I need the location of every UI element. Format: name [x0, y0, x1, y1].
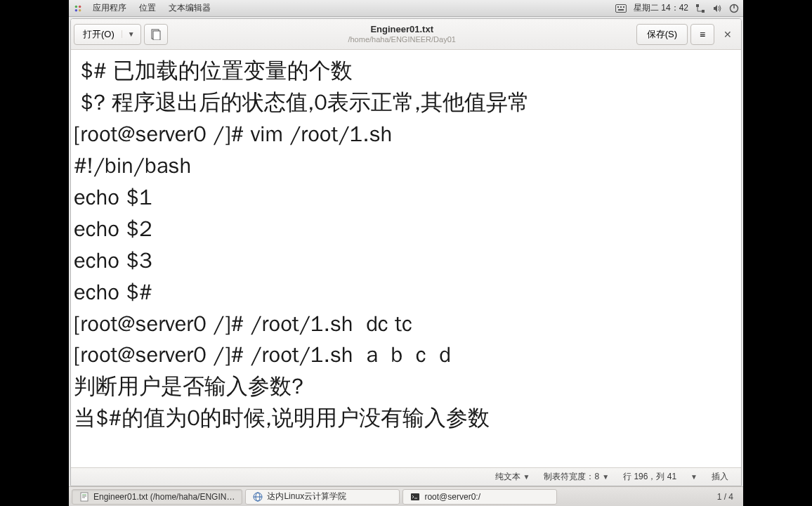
title-area: Engineer01.txt /home/haha/ENGINEER/Day01 [171, 25, 634, 43]
power-icon[interactable] [729, 4, 739, 13]
hamburger-icon: ≡ [700, 29, 705, 40]
svg-rect-9 [696, 4, 699, 7]
close-icon: ✕ [723, 29, 732, 40]
new-tab-button[interactable] [144, 24, 168, 45]
taskbar-item-editor[interactable]: Engineer01.txt (/home/haha/ENGIN… [72, 489, 242, 505]
top-panel: 应用程序 位置 文本编辑器 星期二 14：42 [69, 0, 743, 17]
clock[interactable]: 星期二 14：42 [634, 2, 688, 14]
taskbar-item-label: root@server0:/ [424, 492, 480, 502]
svg-rect-22 [411, 493, 419, 500]
text-editor-window: 打开(O) ▼ Engineer01.txt /home/haha/ENGINE… [70, 18, 742, 486]
svg-rect-6 [620, 6, 622, 8]
open-button-label: 打开(O) [74, 28, 122, 41]
terminal-icon [410, 492, 420, 502]
tab-width-selector[interactable]: 制表符宽度：8 ▼ [539, 471, 613, 483]
editor-area[interactable]: $# 已加载的位置变量的个数 $? 程序退出后的状态值,0表示正常,其他值异常 … [71, 50, 741, 467]
svg-point-1 [79, 5, 81, 8]
svg-rect-4 [615, 4, 626, 12]
taskbar-item-terminal[interactable]: root@server0:/ [402, 489, 557, 505]
globe-icon [253, 492, 263, 502]
text-editor-icon [79, 492, 89, 502]
statusbar: 纯文本 ▼ 制表符宽度：8 ▼ 行 196，列 41 ▼ 插入 [71, 467, 741, 486]
syntax-selector[interactable]: 纯文本 ▼ [491, 471, 535, 483]
menu-places[interactable]: 位置 [136, 2, 159, 14]
taskbar: Engineer01.txt (/home/haha/ENGIN… 达内Linu… [69, 486, 743, 506]
chevron-down-icon: ▼ [602, 473, 609, 481]
document-path: /home/haha/ENGINEER/Day01 [171, 35, 634, 44]
svg-point-3 [79, 8, 81, 11]
svg-rect-5 [617, 6, 619, 8]
svg-rect-14 [153, 31, 160, 40]
save-button[interactable]: 保存(S) [636, 24, 688, 45]
insert-mode[interactable]: 插入 [707, 471, 733, 483]
svg-rect-8 [618, 9, 624, 11]
svg-rect-10 [702, 10, 705, 13]
volume-icon[interactable] [712, 4, 722, 13]
svg-rect-15 [81, 493, 88, 501]
chevron-down-icon: ▼ [523, 473, 530, 481]
menu-applications[interactable]: 应用程序 [90, 2, 129, 14]
taskbar-item-label: Engineer01.txt (/home/haha/ENGIN… [93, 492, 235, 502]
taskbar-item-label: 达内Linux云计算学院 [267, 491, 346, 502]
workspace-pager[interactable]: 1 / 4 [710, 492, 740, 502]
chevron-down-icon[interactable]: ▼ [690, 473, 698, 481]
close-button[interactable]: ✕ [717, 24, 738, 45]
toolbar: 打开(O) ▼ Engineer01.txt /home/haha/ENGINE… [71, 19, 741, 50]
svg-point-2 [75, 8, 78, 11]
cursor-position: 行 196，列 41 ▼ [619, 471, 702, 483]
keyboard-icon[interactable] [615, 4, 627, 13]
document-title: Engineer01.txt [171, 25, 634, 34]
open-dropdown-arrow[interactable]: ▼ [122, 30, 140, 38]
hamburger-menu-button[interactable]: ≡ [690, 24, 714, 45]
svg-rect-7 [623, 6, 624, 8]
activities-icon[interactable] [73, 4, 83, 13]
menu-text-editor[interactable]: 文本编辑器 [166, 2, 214, 14]
network-icon[interactable] [695, 4, 705, 13]
open-button[interactable]: 打开(O) ▼ [74, 24, 141, 45]
taskbar-item-browser[interactable]: 达内Linux云计算学院 [245, 489, 400, 505]
svg-point-0 [75, 5, 78, 8]
